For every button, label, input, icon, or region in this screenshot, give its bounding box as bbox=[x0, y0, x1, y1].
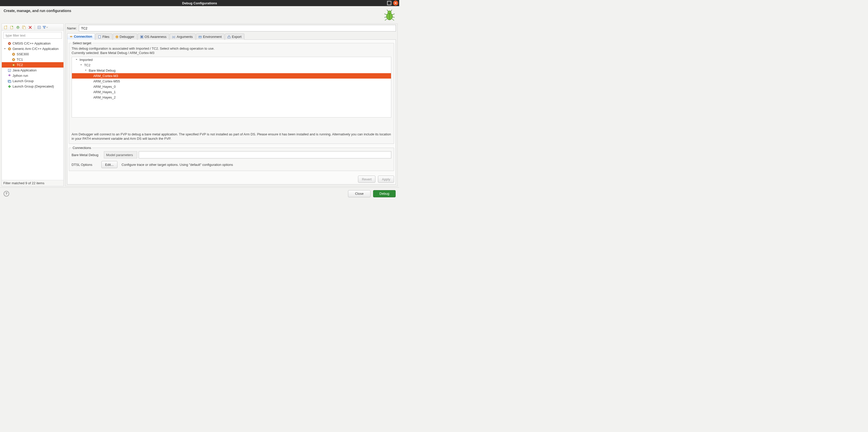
chevron-down-icon bbox=[46, 26, 48, 28]
dialog-header: Create, manage, and run configurations bbox=[0, 6, 399, 23]
config-tree-item[interactable]: TC2 bbox=[2, 62, 63, 68]
target-tree-item[interactable]: TC2 bbox=[72, 62, 391, 68]
target-tree-item[interactable]: Imported bbox=[72, 57, 391, 62]
target-tree-item[interactable]: Bare Metal Debug bbox=[72, 68, 391, 73]
target-label: ARM_Cortex-M55 bbox=[93, 79, 120, 83]
tab-os-awareness[interactable]: OS Awareness bbox=[138, 33, 169, 40]
svg-rect-31 bbox=[199, 36, 202, 38]
help-button[interactable]: ? bbox=[4, 191, 9, 196]
config-tree-item[interactable]: Generic Arm C/C++ Application bbox=[2, 46, 63, 52]
dtsl-edit-button[interactable]: Edit... bbox=[101, 161, 118, 168]
titlebar: Debug Configurations bbox=[0, 0, 399, 6]
bare-metal-debug-label: Bare Metal Debug bbox=[72, 153, 102, 157]
config-tree-item[interactable]: Launch Group (Deprecated) bbox=[2, 84, 63, 89]
svg-point-19 bbox=[13, 64, 14, 65]
window-title: Debug Configurations bbox=[182, 1, 217, 5]
expander-icon[interactable] bbox=[80, 64, 83, 66]
svg-rect-24 bbox=[71, 36, 72, 37]
tab-label: Debugger bbox=[120, 35, 134, 39]
expander-icon[interactable] bbox=[3, 48, 6, 50]
svg-point-15 bbox=[13, 54, 14, 55]
tab-content-connection: Select target This debug configuration i… bbox=[67, 40, 396, 185]
config-icon: J bbox=[7, 68, 11, 72]
debug-button[interactable]: Debug bbox=[373, 190, 396, 197]
config-icon bbox=[7, 79, 11, 83]
target-label: ARM_Hayes_1 bbox=[93, 90, 116, 94]
model-parameters-label: Model parameters bbox=[104, 151, 137, 158]
collapse-all-button[interactable] bbox=[36, 25, 42, 30]
tab-arguments[interactable]: (x)Arguments bbox=[170, 33, 195, 40]
config-label: TC2 bbox=[17, 63, 23, 67]
select-target-legend: Select target bbox=[72, 41, 92, 45]
select-target-spacer bbox=[72, 118, 391, 130]
window-controls bbox=[387, 1, 398, 6]
config-icon bbox=[11, 52, 16, 56]
filter-input[interactable]: type filter text bbox=[3, 32, 62, 39]
close-window-button[interactable] bbox=[393, 1, 398, 6]
config-label: Jython run bbox=[12, 74, 28, 78]
svg-rect-29 bbox=[141, 36, 143, 38]
filter-placeholder: type filter text bbox=[6, 33, 25, 37]
select-target-note: Arm Debugger will connect to an FVP to d… bbox=[72, 132, 391, 141]
new-prototype-button[interactable] bbox=[9, 25, 14, 30]
dtsl-note: Configure trace or other target options.… bbox=[122, 163, 233, 166]
tabbar: ConnectionFilesDebuggerOS Awareness(x)Ar… bbox=[67, 33, 396, 40]
duplicate-button[interactable] bbox=[21, 25, 27, 30]
target-tree-item[interactable]: ARM_Hayes_1 bbox=[72, 89, 391, 95]
svg-point-11 bbox=[9, 43, 10, 44]
tab-icon bbox=[115, 35, 119, 39]
debug-bug-icon bbox=[383, 9, 396, 21]
config-label: CMSIS C/C++ Application bbox=[12, 41, 51, 45]
tab-label: Files bbox=[102, 35, 109, 39]
config-tree-item[interactable]: Launch Group bbox=[2, 78, 63, 84]
name-input[interactable] bbox=[79, 25, 396, 31]
apply-row: Revert Apply bbox=[69, 173, 394, 183]
select-target-desc-line1: This debug configuration is associated w… bbox=[72, 47, 391, 51]
target-label: ARM_Hayes_2 bbox=[93, 95, 116, 99]
target-label: TC2 bbox=[84, 63, 91, 67]
revert-button[interactable]: Revert bbox=[358, 176, 375, 183]
expander-icon[interactable] bbox=[84, 69, 87, 71]
apply-button[interactable]: Apply bbox=[378, 176, 394, 183]
close-button[interactable]: Close bbox=[348, 190, 371, 197]
tab-connection[interactable]: Connection bbox=[67, 33, 95, 40]
target-tree-item[interactable]: ARM_Cortex-M3 bbox=[72, 73, 391, 79]
target-label: Imported bbox=[80, 58, 93, 62]
svg-point-13 bbox=[9, 49, 10, 50]
connections-legend: Connections bbox=[72, 146, 92, 150]
config-tree-item[interactable]: Jython run bbox=[2, 73, 63, 78]
tab-environment[interactable]: Environment bbox=[196, 33, 224, 40]
svg-rect-25 bbox=[98, 36, 100, 38]
svg-text:(x): (x) bbox=[172, 36, 175, 38]
config-tree-item[interactable]: JJava Application bbox=[2, 68, 63, 73]
tab-files[interactable]: Files bbox=[95, 33, 112, 40]
maximize-button[interactable] bbox=[387, 1, 392, 5]
target-tree[interactable]: ImportedTC2Bare Metal DebugARM_Cortex-M3… bbox=[72, 57, 391, 118]
config-label: Launch Group (Deprecated) bbox=[12, 85, 54, 88]
config-icon bbox=[7, 74, 11, 78]
tab-label: Connection bbox=[74, 35, 92, 38]
config-label: SSE300 bbox=[17, 52, 29, 56]
delete-button[interactable] bbox=[27, 25, 33, 30]
export-button[interactable] bbox=[15, 25, 21, 30]
target-tree-item[interactable]: ARM_Hayes_0 bbox=[72, 84, 391, 89]
tab-debugger[interactable]: Debugger bbox=[113, 33, 137, 40]
dtsl-options-row: DTSL Options Edit... Configure trace or … bbox=[72, 161, 391, 168]
svg-rect-8 bbox=[23, 27, 25, 29]
expander-icon[interactable] bbox=[75, 59, 78, 61]
config-tree-item[interactable]: CMSIS C/C++ Application bbox=[2, 41, 63, 46]
config-tree-item[interactable]: TC1 bbox=[2, 57, 63, 62]
config-icon bbox=[7, 41, 11, 45]
target-tree-item[interactable]: ARM_Hayes_2 bbox=[72, 95, 391, 100]
filter-status: Filter matched 9 of 22 items bbox=[2, 180, 63, 186]
svg-point-27 bbox=[117, 36, 118, 37]
tab-export[interactable]: Export bbox=[225, 33, 244, 40]
filter-button[interactable] bbox=[42, 25, 48, 30]
target-tree-item[interactable]: ARM_Cortex-M55 bbox=[72, 79, 391, 84]
dtsl-label: DTSL Options bbox=[72, 163, 97, 166]
model-parameters-row: Bare Metal Debug Model parameters bbox=[72, 151, 391, 158]
new-config-button[interactable] bbox=[3, 25, 8, 30]
config-tree[interactable]: CMSIS C/C++ ApplicationGeneric Arm C/C++… bbox=[2, 40, 63, 180]
model-parameters-input[interactable] bbox=[139, 151, 391, 158]
config-tree-item[interactable]: SSE300 bbox=[2, 52, 63, 57]
